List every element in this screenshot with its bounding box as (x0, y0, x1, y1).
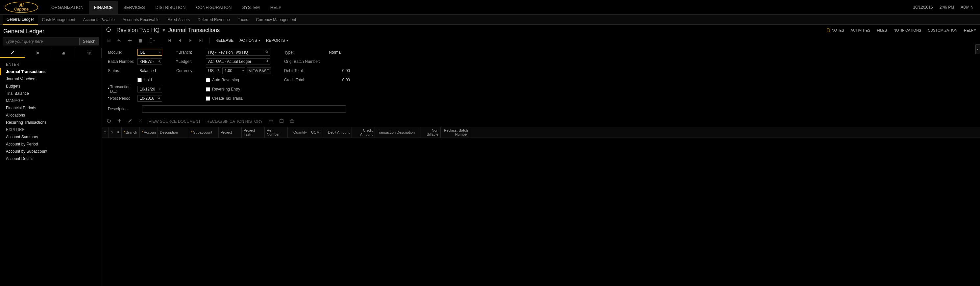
grid-col-notes[interactable] (108, 127, 115, 137)
breadcrumb-org[interactable]: Revision Two HQ (116, 27, 159, 33)
tree-account-by-period[interactable]: Account by Period (0, 141, 102, 148)
link-files[interactable]: FILES (877, 28, 887, 32)
add-button[interactable] (127, 38, 132, 43)
save-button[interactable] (107, 38, 111, 43)
last-button[interactable] (199, 38, 203, 43)
sidetab-edit[interactable] (0, 48, 25, 58)
field-module[interactable] (137, 49, 162, 56)
grid-col-project-task[interactable]: Project Task (242, 127, 265, 137)
tree-journal-transactions[interactable]: Journal Transactions (0, 68, 102, 75)
next-button[interactable] (188, 38, 193, 43)
sidetab-settings[interactable] (76, 48, 102, 58)
grid-refresh-button[interactable] (107, 118, 111, 124)
tree-account-by-subaccount[interactable]: Account by Subaccount (0, 148, 102, 155)
grid-edit-button[interactable] (127, 118, 132, 124)
next-icon (188, 38, 193, 43)
nav-distribution[interactable]: DISTRIBUTION (150, 1, 191, 14)
view-source-document-button[interactable]: VIEW SOURCE DOCUMENT (149, 119, 200, 124)
grid-col-account[interactable]: *Accoun (140, 127, 158, 137)
grid-col-uom[interactable]: UOM (309, 127, 322, 137)
checkbox-auto-reversing[interactable] (206, 78, 210, 82)
tree-trial-balance[interactable]: Trial Balance (0, 90, 102, 97)
sidetab-chart[interactable] (51, 48, 76, 58)
prev-button[interactable] (178, 38, 182, 43)
collapse-handle[interactable] (975, 45, 980, 54)
header-user[interactable]: ADMIN (961, 5, 974, 10)
field-trans-date[interactable] (137, 86, 162, 93)
link-help[interactable]: HELP▾ (964, 28, 976, 32)
grid-col-project[interactable]: Project (219, 127, 242, 137)
search-button[interactable]: Search (79, 38, 99, 45)
grid-export-button[interactable] (279, 118, 284, 124)
view-base-button[interactable]: VIEW BASE (247, 67, 271, 74)
link-customization[interactable]: CUSTOMIZATION (928, 28, 957, 32)
grid-upload-button[interactable] (290, 118, 294, 124)
field-ledger[interactable] (206, 58, 270, 65)
tree-account-summary[interactable]: Account Summary (0, 133, 102, 141)
field-currency[interactable] (206, 67, 221, 74)
first-button[interactable] (167, 38, 172, 43)
refresh-button[interactable] (106, 27, 113, 34)
grid-col-credit-amount[interactable]: Credit Amount (352, 127, 375, 137)
field-batch[interactable] (137, 58, 162, 65)
release-button[interactable]: RELEASE (215, 38, 234, 43)
checkbox-reversing-entry[interactable] (206, 87, 210, 91)
link-notifications[interactable]: NOTIFICATIONS (894, 28, 921, 32)
grid-col-files[interactable] (115, 127, 122, 137)
field-rate[interactable] (222, 67, 245, 74)
chevron-down-icon[interactable]: ▾ (162, 27, 165, 33)
tree-financial-periods[interactable]: Financial Periods (0, 104, 102, 112)
grid-col-quantity[interactable]: Quantity (288, 127, 309, 137)
app-logo[interactable]: Al Capone (3, 1, 40, 14)
subnav-cash-management[interactable]: Cash Management (38, 15, 79, 24)
grid-col-description[interactable]: Description (158, 127, 189, 137)
subnav-fixed-assets[interactable]: Fixed Assets (164, 15, 194, 24)
grid-col-branch[interactable]: *Branch (122, 127, 140, 137)
subnav-accounts-receivable[interactable]: Accounts Receivable (119, 15, 164, 24)
grid-col-debit-amount[interactable]: Debit Amount (322, 127, 352, 137)
field-post-period[interactable] (137, 95, 162, 102)
sidetab-play[interactable] (25, 48, 51, 58)
grid-col-selector[interactable] (102, 127, 108, 137)
grid-col-non-billable[interactable]: Non Billable (421, 127, 441, 137)
grid-add-button[interactable] (117, 118, 122, 124)
actions-dropdown[interactable]: ACTIONS▾ (239, 38, 260, 43)
subnav-deferred-revenue[interactable]: Deferred Revenue (194, 15, 234, 24)
tree-journal-vouchers[interactable]: Journal Vouchers (0, 75, 102, 83)
tree-recurring-transactions[interactable]: Recurring Transactions (0, 119, 102, 126)
subnav-accounts-payable[interactable]: Accounts Payable (79, 15, 119, 24)
undo-button[interactable] (117, 38, 122, 43)
reports-dropdown[interactable]: REPORTS▾ (266, 38, 288, 43)
checkbox-hold[interactable] (137, 78, 142, 82)
search-input[interactable] (3, 38, 79, 45)
clipboard-button[interactable]: ▾ (149, 38, 155, 43)
field-branch[interactable] (206, 49, 270, 56)
grid-col-transaction-description[interactable]: Transaction Description (375, 127, 421, 137)
field-description[interactable] (142, 105, 346, 113)
tree-allocations[interactable]: Allocations (0, 112, 102, 119)
nav-finance[interactable]: FINANCE (89, 1, 118, 14)
link-notes[interactable]: NOTES (826, 28, 844, 32)
label-type: Type: (284, 50, 327, 54)
tree-budgets[interactable]: Budgets (0, 83, 102, 90)
field-status: Balanced (137, 68, 158, 74)
nav-services[interactable]: SERVICES (118, 1, 150, 14)
grid-fit-button[interactable] (269, 118, 273, 124)
grid-col-ref-number[interactable]: Ref. Number (265, 127, 288, 137)
nav-system[interactable]: SYSTEM (237, 1, 265, 14)
checkbox-create-tax[interactable] (206, 96, 210, 101)
link-activities[interactable]: ACTIVITIES (851, 28, 870, 32)
tree-account-details[interactable]: Account Details (0, 155, 102, 162)
grid-col-subaccount[interactable]: *Subaccount (189, 127, 219, 137)
subnav-taxes[interactable]: Taxes (234, 15, 252, 24)
subnav-general-ledger[interactable]: General Ledger (3, 15, 38, 25)
nav-help[interactable]: HELP (265, 1, 287, 14)
reclassification-history-button[interactable]: RECLASSIFICATION HISTORY (207, 119, 263, 124)
grid-delete-button[interactable] (138, 118, 143, 124)
nav-configuration[interactable]: CONFIGURATION (191, 1, 237, 14)
nav-organization[interactable]: ORGANIZATION (46, 1, 89, 14)
subnav-currency-management[interactable]: Currency Management (252, 15, 300, 24)
label-status: Status: (108, 69, 137, 73)
delete-button[interactable] (138, 38, 143, 43)
grid-col-reclass-batch[interactable]: Reclass. Batch Number (441, 127, 470, 137)
